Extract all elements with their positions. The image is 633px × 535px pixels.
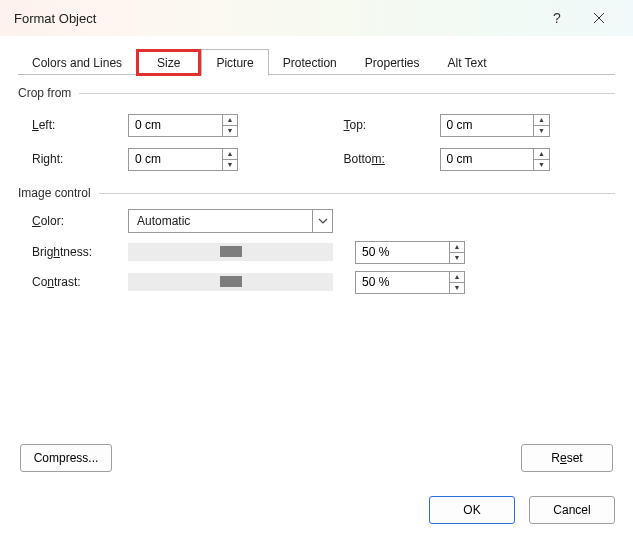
brightness-down[interactable]: ▼: [450, 253, 464, 263]
help-button[interactable]: ?: [537, 3, 577, 33]
group-crop-from: Crop from: [18, 86, 615, 100]
cancel-button[interactable]: Cancel: [529, 496, 615, 524]
crop-left-field[interactable]: [129, 115, 222, 136]
crop-top-down[interactable]: ▼: [534, 126, 548, 136]
contrast-slider[interactable]: [128, 273, 333, 291]
crop-left-up[interactable]: ▲: [223, 115, 237, 126]
ok-button[interactable]: OK: [429, 496, 515, 524]
tab-protection[interactable]: Protection: [269, 49, 351, 76]
brightness-slider-thumb[interactable]: [220, 246, 242, 257]
tab-picture[interactable]: Picture: [201, 49, 268, 76]
crop-left-label: Left:: [32, 118, 118, 132]
dialog-button-bar: OK Cancel: [0, 486, 633, 524]
contrast-slider-thumb[interactable]: [220, 276, 242, 287]
close-icon: [593, 12, 605, 24]
crop-top-up[interactable]: ▲: [534, 115, 548, 126]
brightness-field[interactable]: [356, 242, 449, 263]
crop-right-field[interactable]: [129, 149, 222, 170]
dialog-title: Format Object: [14, 11, 537, 26]
divider: [99, 193, 615, 194]
brightness-up[interactable]: ▲: [450, 242, 464, 253]
divider: [79, 93, 615, 94]
brightness-input[interactable]: ▲▼: [355, 241, 465, 264]
crop-right-input[interactable]: ▲▼: [128, 148, 238, 171]
crop-bottom-field[interactable]: [441, 149, 534, 170]
contrast-label: Contrast:: [32, 275, 118, 289]
brightness-label: Brightness:: [32, 245, 118, 259]
crop-top-label: Top:: [344, 118, 430, 132]
dialog-titlebar: Format Object ?: [0, 0, 633, 36]
tab-properties[interactable]: Properties: [351, 49, 434, 76]
crop-top-field[interactable]: [441, 115, 534, 136]
compress-button[interactable]: Compress...: [20, 444, 112, 472]
group-crop-from-label: Crop from: [18, 86, 71, 100]
contrast-input[interactable]: ▲▼: [355, 271, 465, 294]
group-image-control: Image control: [18, 186, 615, 200]
crop-right-down[interactable]: ▼: [223, 160, 237, 170]
tab-alt-text[interactable]: Alt Text: [434, 49, 501, 76]
color-label: Color:: [32, 214, 118, 228]
tab-colors-and-lines[interactable]: Colors and Lines: [18, 49, 136, 76]
contrast-up[interactable]: ▲: [450, 272, 464, 283]
close-button[interactable]: [577, 3, 621, 33]
color-select-dropdown[interactable]: [312, 210, 332, 232]
crop-bottom-input[interactable]: ▲▼: [440, 148, 550, 171]
contrast-down[interactable]: ▼: [450, 283, 464, 293]
color-select[interactable]: Automatic: [128, 209, 333, 233]
crop-bottom-label: Bottom:: [344, 152, 430, 166]
crop-left-down[interactable]: ▼: [223, 126, 237, 136]
crop-bottom-down[interactable]: ▼: [534, 160, 548, 170]
color-select-value: Automatic: [129, 214, 312, 228]
chevron-down-icon: [318, 218, 328, 224]
dialog-body: Colors and Lines Size Picture Protection…: [0, 36, 633, 486]
brightness-slider[interactable]: [128, 243, 333, 261]
tabstrip: Colors and Lines Size Picture Protection…: [18, 48, 615, 76]
crop-left-input[interactable]: ▲▼: [128, 114, 238, 137]
tab-size[interactable]: Size: [136, 49, 201, 76]
crop-right-up[interactable]: ▲: [223, 149, 237, 160]
crop-top-input[interactable]: ▲▼: [440, 114, 550, 137]
contrast-field[interactable]: [356, 272, 449, 293]
reset-button[interactable]: Reset: [521, 444, 613, 472]
group-image-control-label: Image control: [18, 186, 91, 200]
crop-right-label: Right:: [32, 152, 118, 166]
crop-bottom-up[interactable]: ▲: [534, 149, 548, 160]
